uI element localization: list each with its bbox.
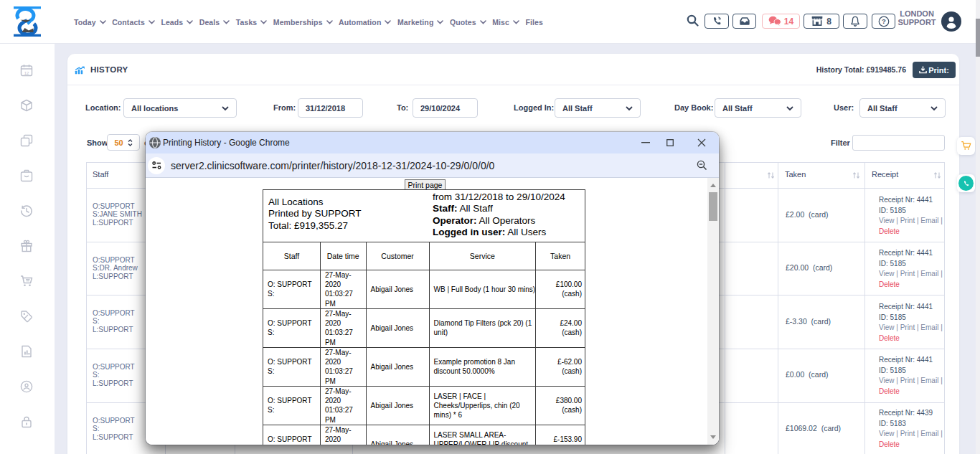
svg-text:?: ? (882, 17, 886, 25)
svg-text:12: 12 (24, 71, 29, 75)
